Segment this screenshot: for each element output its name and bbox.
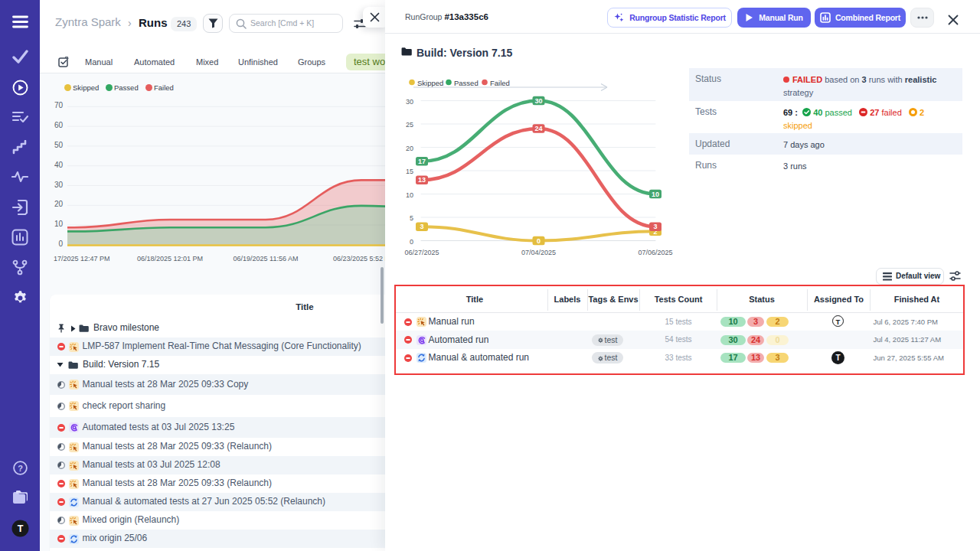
svg-text:13: 13 [418, 176, 426, 184]
svg-text:17: 17 [418, 158, 426, 165]
svg-text:3: 3 [420, 223, 423, 230]
svg-text:30: 30 [534, 97, 542, 105]
svg-text:10: 10 [652, 191, 659, 198]
svg-text:3: 3 [653, 223, 657, 230]
svg-text:5: 5 [410, 214, 413, 222]
svg-text:24: 24 [534, 125, 542, 132]
svg-text:Failed: Failed [490, 79, 510, 87]
svg-text:30: 30 [406, 98, 413, 106]
svg-text:Skipped: Skipped [417, 79, 443, 87]
svg-text:10: 10 [406, 191, 413, 199]
svg-text:0: 0 [537, 237, 541, 245]
svg-text:T: T [17, 523, 23, 534]
svg-text:07/04/2025: 07/04/2025 [521, 249, 556, 256]
svg-text:Passed: Passed [454, 79, 479, 87]
svg-text:25: 25 [406, 121, 413, 129]
svg-text:?: ? [18, 464, 23, 473]
svg-text:07/06/2025: 07/06/2025 [638, 249, 672, 256]
svg-text:15: 15 [406, 168, 413, 175]
svg-text:20: 20 [406, 145, 413, 152]
svg-text:06/27/2025: 06/27/2025 [404, 249, 439, 256]
svg-text:0: 0 [410, 238, 413, 246]
